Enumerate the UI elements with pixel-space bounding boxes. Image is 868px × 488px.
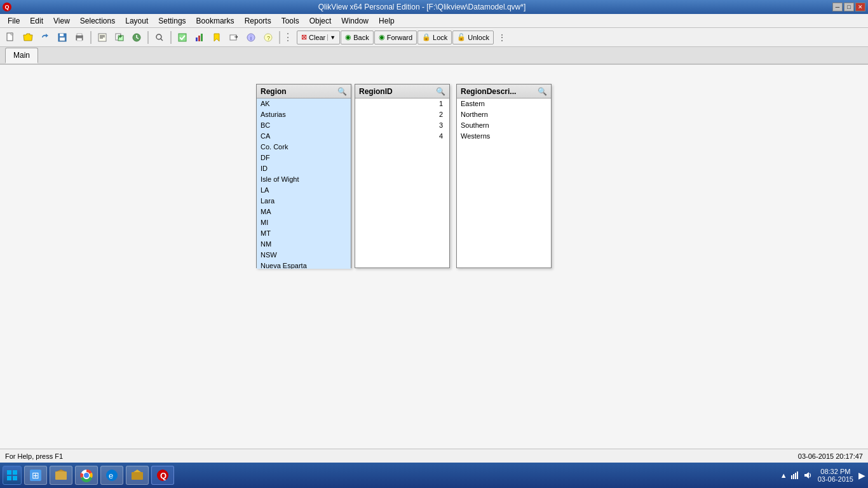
list-item[interactable]: DF	[257, 152, 351, 163]
list-item[interactable]: MT	[257, 228, 351, 239]
find-button[interactable]	[151, 30, 168, 44]
svg-line-16	[161, 39, 163, 41]
menu-help[interactable]: Help	[374, 14, 400, 27]
list-item[interactable]: Lara	[257, 196, 351, 207]
menu-view[interactable]: View	[48, 14, 75, 27]
menu-bookmarks[interactable]: Bookmarks	[191, 14, 240, 27]
clock-date: 03-06-2015	[818, 475, 853, 483]
menu-reports[interactable]: Reports	[240, 14, 276, 27]
close-button[interactable]: ✕	[855, 3, 865, 11]
svg-rect-17	[179, 34, 186, 41]
regionid-search-icon[interactable]: 🔍	[436, 87, 445, 96]
export-button[interactable]	[226, 30, 242, 44]
status-bar: For Help, press F1 03-06-2015 20:17:47	[0, 449, 868, 463]
partial-reload-button[interactable]	[128, 30, 145, 44]
svg-rect-28	[13, 470, 17, 475]
list-item[interactable]: MA	[257, 207, 351, 217]
print-button[interactable]	[71, 30, 88, 44]
svg-rect-4	[60, 37, 65, 41]
regiondescri-search-icon[interactable]: 🔍	[538, 87, 547, 96]
open-button[interactable]	[20, 30, 36, 44]
forward-button[interactable]: ◉ Forward	[374, 30, 417, 44]
restore-button[interactable]: □	[844, 3, 854, 11]
list-item[interactable]: LA	[257, 185, 351, 196]
region-list[interactable]: AKAsturiasBCCACo. CorkDFIDIsle of WightL…	[257, 98, 351, 269]
list-item[interactable]: MI	[257, 217, 351, 228]
help-text: For Help, press F1	[5, 452, 63, 460]
list-item[interactable]: 3	[355, 120, 449, 131]
taskbar-app-qlik[interactable]: Q	[151, 466, 174, 485]
back-button[interactable]: ◉ Back	[341, 30, 373, 44]
menu-settings[interactable]: Settings	[153, 14, 191, 27]
menu-edit[interactable]: Edit	[25, 14, 48, 27]
svg-marker-46	[804, 472, 809, 478]
svg-point-35	[84, 473, 89, 478]
list-item[interactable]: 2	[355, 109, 449, 120]
info-button[interactable]: i	[243, 30, 259, 44]
resize-dots-btn[interactable]: ⋮	[494, 30, 510, 44]
new-button[interactable]	[3, 30, 19, 44]
taskbar-app-1[interactable]: ⊞	[24, 466, 47, 485]
regionid-list[interactable]: 1234	[355, 98, 449, 269]
svg-rect-29	[7, 476, 11, 480]
reload-button[interactable]	[111, 30, 128, 44]
list-item[interactable]: CA	[257, 131, 351, 142]
svg-rect-42	[791, 475, 792, 479]
clock-display[interactable]: 08:32 PM 03-06-2015	[818, 468, 853, 483]
list-item[interactable]: Eastern	[457, 98, 551, 109]
svg-rect-3	[60, 34, 64, 36]
regiondescri-list[interactable]: EasternNorthernSouthernWesterns	[457, 98, 551, 269]
region-search-icon[interactable]: 🔍	[337, 87, 347, 96]
check-button[interactable]	[174, 30, 191, 44]
list-item[interactable]: AK	[257, 98, 351, 109]
list-item[interactable]: Asturias	[257, 109, 351, 120]
notification-arrow[interactable]: ▶	[858, 470, 865, 480]
title-controls: ─ □ ✕	[832, 3, 865, 11]
clear-button[interactable]: ⊠ Clear ▼	[297, 30, 340, 44]
svg-rect-27	[7, 470, 11, 475]
list-item[interactable]: Nueva Esparta	[257, 261, 351, 269]
menu-window[interactable]: Window	[336, 14, 374, 27]
start-button[interactable]	[3, 466, 22, 485]
undo-button[interactable]	[37, 30, 53, 44]
menu-layout[interactable]: Layout	[120, 14, 153, 27]
list-item[interactable]: Westerns	[457, 131, 551, 142]
menu-object[interactable]: Object	[304, 14, 337, 27]
chart-button[interactable]	[191, 30, 208, 44]
bookmark-button[interactable]	[208, 30, 225, 44]
list-item[interactable]: NM	[257, 239, 351, 250]
menu-selections[interactable]: Selections	[75, 14, 120, 27]
svg-text:i: i	[250, 35, 252, 41]
regiondescri-listbox-header: RegionDescri... 🔍	[457, 85, 551, 98]
taskbar-app-4[interactable]	[126, 466, 149, 485]
list-item[interactable]: Isle of Wight	[257, 174, 351, 185]
taskbar-app-2[interactable]	[50, 466, 72, 485]
list-item[interactable]: Co. Cork	[257, 142, 351, 152]
list-item[interactable]: ID	[257, 163, 351, 174]
separator-3	[170, 31, 172, 44]
help-button[interactable]: ?	[260, 30, 276, 44]
list-item[interactable]: Southern	[457, 120, 551, 131]
taskbar-right: ▲ 08:32 PM 03-06-2015 ▶	[780, 468, 865, 483]
clear-icon: ⊠	[301, 33, 307, 41]
menu-file[interactable]: File	[3, 14, 25, 27]
list-item[interactable]: Northern	[457, 109, 551, 120]
lock-button[interactable]: 🔒 Lock	[417, 30, 452, 44]
save-button[interactable]	[54, 30, 71, 44]
list-item[interactable]: BC	[257, 120, 351, 131]
list-item[interactable]: 1	[355, 98, 449, 109]
unlock-button[interactable]: 🔓 Unlock	[452, 30, 494, 44]
taskbar-app-3[interactable]: e	[100, 466, 123, 485]
menu-tools[interactable]: Tools	[276, 14, 304, 27]
list-item[interactable]: NSW	[257, 250, 351, 261]
regiondescri-title: RegionDescri...	[461, 87, 516, 96]
separator-4	[279, 31, 280, 44]
svg-rect-38	[132, 472, 143, 480]
clear-dropdown-icon[interactable]: ▼	[327, 34, 336, 41]
minimize-button[interactable]: ─	[832, 3, 843, 11]
tab-main[interactable]: Main	[5, 48, 38, 64]
list-item[interactable]: 4	[355, 131, 449, 142]
taskbar-app-chrome[interactable]	[75, 466, 98, 485]
forward-label: Forward	[387, 34, 412, 41]
edit-script-button[interactable]	[94, 30, 111, 44]
